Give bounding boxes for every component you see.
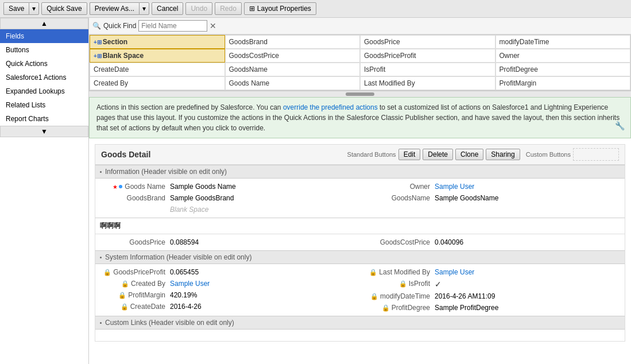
sidebar-item-fields[interactable]: Fields <box>0 29 88 43</box>
field-cell-7[interactable]: Owner <box>495 49 631 63</box>
section-aaaa: 啊啊啊 GoodsPrice 0.088594 GoodsCostPrice 0… <box>95 218 625 250</box>
scroll-indicator <box>89 91 631 97</box>
modify-datetime-label: 🔒modifyDateTime <box>366 292 435 300</box>
override-link[interactable]: override the predefined actions <box>283 103 378 111</box>
quick-find-bar: 🔍 Quick Find ✕ <box>89 18 631 34</box>
profit-margin-label: 🔒ProfitMargin <box>101 291 170 299</box>
std-btn-clone[interactable]: Clone <box>455 149 483 160</box>
section-custom-links: Custom Links (Header visible on edit onl… <box>95 316 625 341</box>
undo-button[interactable]: Undo <box>185 2 212 15</box>
sidebar-item-expanded-lookups[interactable]: Expanded Lookups <box>0 84 88 98</box>
field-cell-9[interactable]: GoodsName <box>225 63 361 76</box>
field-cell-1[interactable]: GoodsBrand <box>225 35 361 49</box>
goods-price-profit-row: 🔒GoodsPriceProfit 0.065455 <box>101 266 354 278</box>
field-cell-12[interactable]: Created By <box>90 76 225 90</box>
field-icon: +⊞ <box>94 53 102 59</box>
quick-find-input[interactable] <box>138 20 207 32</box>
goods-name-label: ★ Goods Name <box>101 183 170 191</box>
profit-margin-row: 🔒ProfitMargin 420.19% <box>101 289 354 301</box>
section-information: Information (Header visible on edit only… <box>95 165 625 218</box>
save-button[interactable]: Save <box>3 2 29 15</box>
redo-button[interactable]: Redo <box>215 2 242 15</box>
sidebar-item-buttons[interactable]: Buttons <box>0 43 88 57</box>
std-btn-sharing[interactable]: Sharing <box>486 149 520 160</box>
lock-icon-4: 🔒 <box>121 303 129 311</box>
goods-price-row: GoodsPrice 0.088594 <box>101 237 354 248</box>
field-cell-11[interactable]: ProfitDegree <box>495 63 631 76</box>
layout-icon: ⊞ <box>249 5 255 13</box>
save-dropdown-arrow[interactable]: ▾ <box>29 2 39 15</box>
is-profit-label: 🔒IsProfit <box>366 280 435 288</box>
goods-cost-price-row: GoodsCostPrice 0.040096 <box>366 237 619 248</box>
field-cell-3[interactable]: modifyDateTime <box>495 35 631 49</box>
toolbar: Save ▾ Quick Save Preview As... ▾ Cancel… <box>0 0 631 18</box>
standard-buttons-label: Standard Buttons <box>347 151 396 158</box>
lock-icon-1: 🔒 <box>103 269 111 276</box>
field-cell-5[interactable]: GoodsCostPrice <box>225 49 361 63</box>
aaaa-left-col: GoodsPrice 0.088594 <box>95 234 360 250</box>
scroll-thumb <box>346 92 374 96</box>
system-info-right-col: 🔒Last Modified By Sample User 🔒IsProfit … <box>360 264 625 316</box>
profit-margin-value: 420.19% <box>170 291 197 299</box>
goods-name2-label: GoodsName <box>366 194 435 202</box>
field-cell-14[interactable]: Last Modified By <box>360 76 495 90</box>
modify-datetime-value: 2016-4-26 AM11:09 <box>435 292 495 300</box>
field-cell-10[interactable]: IsProfit <box>360 63 495 76</box>
std-btn-edit[interactable]: Edit <box>398 149 421 160</box>
goods-name-row: ★ Goods Name Sample Goods Name <box>101 181 354 192</box>
sidebar-scroll: ▲ <box>0 18 88 29</box>
field-cell-4[interactable]: +⊞Blank Space <box>90 49 225 63</box>
field-cell-8[interactable]: CreateDate <box>90 63 225 76</box>
information-left-col: ★ Goods Name Sample Goods Name GoodsBran… <box>95 179 360 218</box>
goods-cost-price-label: GoodsCostPrice <box>366 238 435 246</box>
sidebar-scroll-down[interactable]: ▼ <box>0 126 88 137</box>
owner-link[interactable]: Sample User <box>435 183 474 191</box>
field-cell-2[interactable]: GoodsPrice <box>360 35 495 49</box>
sidebar: ▲ Fields Buttons Quick Actions Salesforc… <box>0 18 89 364</box>
last-modified-by-label: 🔒Last Modified By <box>366 268 435 276</box>
lock-icon-7: 🔒 <box>370 293 378 300</box>
field-cell-0[interactable]: +⊞Section <box>90 35 225 49</box>
sidebar-item-quick-actions[interactable]: Quick Actions <box>0 57 88 71</box>
goods-detail-header: Goods Detail Standard Buttons EditDelete… <box>95 145 625 165</box>
custom-buttons-label: Custom Buttons <box>526 151 571 158</box>
goods-brand-value: Sample GoodsBrand <box>170 194 234 202</box>
goods-price-label: GoodsPrice <box>101 238 170 246</box>
last-modified-by-row: 🔒Last Modified By Sample User <box>366 266 619 278</box>
lock-icon-5: 🔒 <box>369 269 377 276</box>
field-cell-13[interactable]: Goods Name <box>225 76 361 90</box>
section-custom-links-header: Custom Links (Header visible on edit onl… <box>95 316 625 330</box>
goods-name-value: Sample Goods Name <box>170 183 236 191</box>
last-modified-by-link[interactable]: Sample User <box>435 268 474 276</box>
goods-brand-row: GoodsBrand Sample GoodsBrand <box>101 192 354 204</box>
quick-find-clear-button[interactable]: ✕ <box>210 21 216 30</box>
sidebar-scroll-up[interactable]: ▲ <box>0 18 88 29</box>
field-cell-15[interactable]: ProfitMargin <box>495 76 631 90</box>
is-profit-value: ✓ <box>435 280 442 289</box>
field-cell-6[interactable]: GoodsPriceProfit <box>360 49 495 63</box>
info-banner-text-before: Actions in this section are predefined b… <box>96 103 283 111</box>
preview-dropdown-arrow[interactable]: ▾ <box>139 2 149 15</box>
created-by-value: Sample User <box>170 280 210 288</box>
standard-buttons: EditDeleteCloneSharing <box>398 149 520 160</box>
goods-detail: Goods Detail Standard Buttons EditDelete… <box>95 144 625 342</box>
cancel-button[interactable]: Cancel <box>152 2 183 15</box>
sidebar-item-salesforce1-actions[interactable]: Salesforce1 Actions <box>0 71 88 84</box>
aaaa-grid: GoodsPrice 0.088594 GoodsCostPrice 0.040… <box>95 234 625 250</box>
preview-button[interactable]: Preview As... <box>90 2 139 15</box>
lock-icon-8: 🔒 <box>382 304 390 312</box>
sidebar-item-report-charts[interactable]: Report Charts <box>0 112 88 126</box>
quick-save-button[interactable]: Quick Save <box>41 2 87 15</box>
created-by-link[interactable]: Sample User <box>170 280 210 288</box>
std-btn-delete[interactable]: Delete <box>423 149 453 160</box>
wrench-icon[interactable]: 🔧 <box>615 120 625 132</box>
layout-properties-button[interactable]: ⊞ Layout Properties <box>244 2 316 15</box>
goods-price-profit-value: 0.065455 <box>170 268 199 276</box>
sidebar-item-related-lists[interactable]: Related Lists <box>0 98 88 112</box>
system-info-left-col: 🔒GoodsPriceProfit 0.065455 🔒Created By S… <box>95 264 360 316</box>
goods-name2-row: GoodsName Sample GoodsName <box>366 192 619 204</box>
lock-icon-6: 🔒 <box>399 280 407 288</box>
section-system-info: System Information (Header visible on ed… <box>95 250 625 316</box>
lock-icon-2: 🔒 <box>121 280 129 288</box>
modify-datetime-row: 🔒modifyDateTime 2016-4-26 AM11:09 <box>366 291 619 302</box>
